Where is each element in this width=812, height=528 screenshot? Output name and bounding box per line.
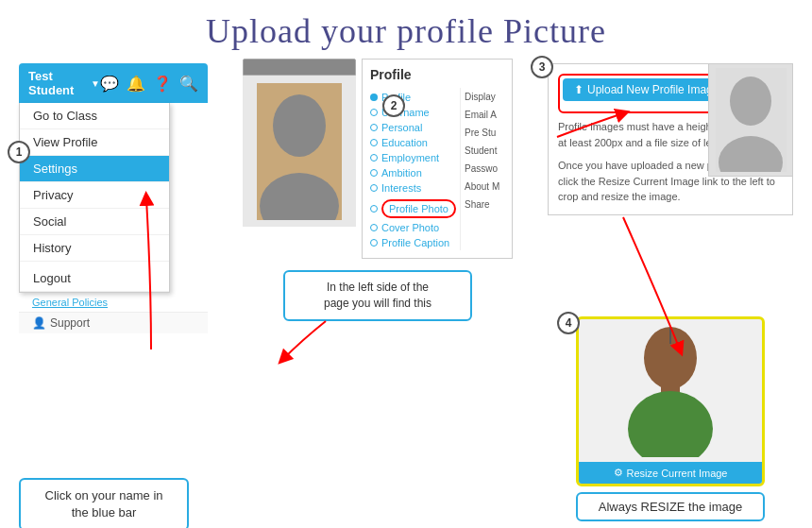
profile-silhouette-light xyxy=(708,63,793,177)
dot-outline-icon xyxy=(370,239,378,247)
svg-point-1 xyxy=(273,94,326,157)
step-1-callout: Click on your name in the blue bar xyxy=(19,478,189,528)
list-profile-photo: Profile Photo xyxy=(370,197,456,220)
step-2-badge: 2 xyxy=(382,94,405,117)
section-right: 3 ⬆ Upload New Profile Image Profile ima… xyxy=(548,59,793,521)
menu-item-history[interactable]: History xyxy=(20,235,169,262)
nav-icons: 💬 🔔 ❓ 🔍 xyxy=(100,75,198,93)
support-icon: 👤 xyxy=(32,316,46,330)
bell-icon[interactable]: 🔔 xyxy=(127,75,145,93)
step-1-badge: 1 xyxy=(8,141,30,163)
list-interests: Interests xyxy=(370,180,456,196)
dot-outline-icon xyxy=(370,109,378,116)
step-2-callout: In the left side of the page you will fi… xyxy=(283,270,472,321)
dot-outline-icon xyxy=(370,154,378,162)
upload-new-profile-image-button[interactable]: ⬆ Upload New Profile Image xyxy=(563,78,730,101)
dot-outline-icon xyxy=(370,205,378,213)
avatar-svg xyxy=(600,325,741,457)
resize-avatar-box: ⚙ Resize Current Image xyxy=(576,316,765,486)
right-label-email: Email A xyxy=(465,106,499,124)
profile-list-screenshot: Profile Profile Username Personal xyxy=(362,59,513,259)
dot-outline-icon xyxy=(370,124,378,131)
resize-current-image-button[interactable]: ⚙ Resize Current Image xyxy=(579,462,762,484)
section-center: Profile Profile Username Personal xyxy=(217,59,538,521)
right-label-share: Share xyxy=(465,196,499,213)
profile-title: Profile xyxy=(370,67,456,82)
right-label-about: About M xyxy=(465,178,499,196)
upload-icon: ⬆ xyxy=(574,83,584,96)
dot-outline-icon xyxy=(370,169,378,177)
profile-photo-screenshot xyxy=(243,59,356,259)
page-title: Upload your profile Picture xyxy=(0,0,812,59)
support-label: Support xyxy=(50,316,90,330)
dot-outline-icon xyxy=(370,224,378,231)
list-profile-caption: Profile Caption xyxy=(370,235,456,250)
dot-outline-icon xyxy=(370,184,378,192)
menu-item-settings[interactable]: Settings xyxy=(20,156,169,182)
chevron-down-icon: ▼ xyxy=(91,78,100,89)
svg-point-4 xyxy=(730,77,771,126)
silhouette-light-svg xyxy=(716,68,787,172)
right-label-pre: Pre Stu xyxy=(465,124,499,142)
support-row: 👤 Support xyxy=(19,312,208,333)
menu-item-privacy[interactable]: Privacy xyxy=(20,182,169,209)
menu-item-social[interactable]: Social xyxy=(20,209,169,235)
general-policies-link[interactable]: General Policies xyxy=(19,293,208,312)
chat-icon[interactable]: 💬 xyxy=(100,75,119,93)
student-name: Test Student ▼ xyxy=(28,69,100,97)
help-icon[interactable]: ❓ xyxy=(153,75,172,93)
dot-outline-icon xyxy=(370,139,378,146)
resize-icon: ⚙ xyxy=(614,467,623,479)
always-resize-callout: Always RESIZE the image xyxy=(576,492,765,521)
menu-item-view-profile[interactable]: View Profile xyxy=(20,129,169,156)
list-ambition: Ambition xyxy=(370,165,456,180)
svg-point-8 xyxy=(628,391,713,457)
menu-item-goto-class[interactable]: Go to Class xyxy=(20,103,169,129)
step-3-badge: 3 xyxy=(531,56,553,78)
list-cover-photo: Cover Photo xyxy=(370,220,456,235)
list-education: Education xyxy=(370,135,456,150)
nav-bar[interactable]: Test Student ▼ 💬 🔔 ❓ 🔍 xyxy=(19,63,208,103)
step-4-area: 4 ⚙ Resize Current Image xyxy=(548,316,793,521)
right-label-display: Display xyxy=(465,88,499,106)
dropdown-menu: Go to Class View Profile Settings Privac… xyxy=(19,103,170,293)
right-label-student: Student xyxy=(465,142,499,160)
step-4-badge: 4 xyxy=(557,312,580,334)
nav-user-label: Test Student xyxy=(28,69,87,97)
list-personal: Personal xyxy=(370,120,456,135)
list-employment: Employment xyxy=(370,150,456,165)
menu-item-logout[interactable]: Logout xyxy=(20,265,169,292)
dot-filled-icon xyxy=(370,94,378,101)
silhouette-dark xyxy=(257,83,342,220)
section-1: Test Student ▼ 💬 🔔 ❓ 🔍 Go to Class View … xyxy=(19,59,208,521)
right-label-password: Passwo xyxy=(465,160,499,178)
search-icon[interactable]: 🔍 xyxy=(179,75,198,93)
